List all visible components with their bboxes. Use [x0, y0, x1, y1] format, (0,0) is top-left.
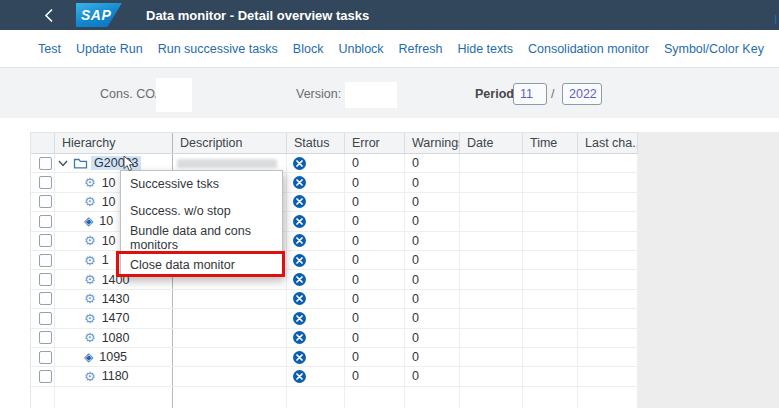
hierarchy-node-label[interactable]: 10 [99, 214, 113, 228]
task-row-1430[interactable]: ⚙143000 [31, 290, 638, 309]
last-changed-cell [578, 290, 638, 308]
toolbar-item-test[interactable]: Test [38, 42, 61, 56]
row-select-cell [31, 154, 55, 172]
header-select-cell [31, 133, 55, 153]
sap-logo: SAP [76, 3, 122, 27]
toolbar-item-truncated[interactable]: I [774, 13, 777, 27]
toolbar-item-unblock[interactable]: Unblock [338, 42, 383, 56]
status-error-icon[interactable] [293, 351, 306, 364]
row-checkbox[interactable] [39, 331, 52, 344]
toolbar-item-update-run[interactable]: Update Run [76, 42, 143, 56]
row-checkbox[interactable] [39, 157, 52, 170]
milestone-diamond-icon: ◈ [84, 351, 93, 363]
status-cell [287, 367, 345, 385]
status-error-icon[interactable] [293, 254, 306, 267]
task-gear-icon: ⚙ [84, 254, 96, 267]
task-row-1095[interactable]: ◈109500 [31, 348, 638, 367]
task-row-1180[interactable]: ⚙118000 [31, 367, 638, 386]
hierarchy-node-label[interactable]: 1430 [102, 292, 130, 306]
row-checkbox[interactable] [39, 195, 52, 208]
toolbar-item-block[interactable]: Block [293, 42, 324, 56]
row-checkbox[interactable] [39, 254, 52, 267]
status-error-icon[interactable] [293, 292, 306, 305]
time-cell [523, 329, 578, 347]
shell-header: SAP Data monitor - Detail overview tasks [0, 0, 779, 30]
hierarchy-node-label[interactable]: 10 [102, 176, 116, 190]
status-error-icon[interactable] [293, 312, 306, 325]
menu-item-bundle-data-and-cons-monitors[interactable]: Bundle data and cons monitors [121, 225, 282, 252]
redacted-description [177, 159, 277, 168]
column-header-description[interactable]: Description [173, 133, 287, 153]
toolbar-item-consolidation-monitor[interactable]: Consolidation monitor [528, 42, 649, 56]
column-header-status[interactable]: Status [287, 133, 345, 153]
sap-data-monitor-screen: SAP Data monitor - Detail overview tasks… [0, 0, 779, 408]
row-checkbox[interactable] [39, 215, 52, 228]
x-glyph [296, 237, 303, 244]
filler-cell [405, 387, 460, 408]
hierarchy-node-label[interactable]: 10 [102, 234, 116, 248]
version-label: Version: [296, 87, 341, 101]
row-checkbox[interactable] [39, 176, 52, 189]
last-changed-cell [578, 270, 638, 288]
version-field[interactable] [345, 82, 397, 108]
time-cell [523, 348, 578, 366]
status-error-icon[interactable] [293, 195, 306, 208]
column-header-warnings[interactable]: Warnings [405, 133, 460, 153]
hierarchy-node-label[interactable]: 1080 [102, 331, 130, 345]
column-header-date[interactable]: Date [460, 133, 523, 153]
cons-coa-field[interactable] [156, 78, 192, 112]
last-changed-cell [578, 348, 638, 366]
column-header-error[interactable]: Error [345, 133, 405, 153]
row-checkbox[interactable] [39, 312, 52, 325]
menu-item-successive-tsks[interactable]: Successive tsks [121, 171, 282, 198]
table-header-row: HierarchyDescriptionStatusErrorWarningsD… [31, 133, 638, 154]
column-header-hierarchy[interactable]: Hierarchy [55, 133, 173, 153]
filler-cell [578, 387, 638, 408]
row-checkbox[interactable] [39, 351, 52, 364]
toolbar-item-refresh[interactable]: Refresh [399, 42, 443, 56]
date-cell [460, 309, 523, 327]
hierarchy-node-label[interactable]: 1095 [99, 350, 127, 364]
status-error-icon[interactable] [293, 215, 306, 228]
status-error-icon[interactable] [293, 176, 306, 189]
hierarchy-cell: ⚙1430 [55, 290, 173, 308]
status-error-icon[interactable] [293, 157, 306, 170]
row-checkbox[interactable] [39, 292, 52, 305]
warnings-cell: 0 [405, 193, 460, 211]
status-error-icon[interactable] [293, 370, 306, 383]
time-cell [523, 154, 578, 172]
menu-item-close-data-monitor[interactable]: Close data monitor [121, 251, 282, 278]
warnings-cell: 0 [405, 232, 460, 250]
warnings-cell: 0 [405, 251, 460, 269]
column-header-last-cha[interactable]: Last cha... [578, 133, 638, 153]
hierarchy-node-label[interactable]: 10 [102, 195, 116, 209]
date-cell [460, 367, 523, 385]
hierarchy-node-label[interactable]: 1 [102, 253, 109, 267]
status-error-icon[interactable] [293, 273, 306, 286]
date-cell [460, 173, 523, 191]
period-year-input[interactable]: 2022 [562, 83, 602, 105]
status-cell [287, 309, 345, 327]
period-month-input[interactable]: 11 [513, 83, 547, 105]
row-checkbox[interactable] [39, 370, 52, 383]
status-cell [287, 193, 345, 211]
status-error-icon[interactable] [293, 331, 306, 344]
description-cell [173, 329, 287, 347]
menu-item-success-w-o-stop[interactable]: Success. w/o stop [121, 198, 282, 225]
status-error-icon[interactable] [293, 234, 306, 247]
back-button[interactable] [44, 7, 58, 23]
hierarchy-node-label[interactable]: G20003 [91, 156, 141, 170]
toolbar-item-hide-texts[interactable]: Hide texts [457, 42, 513, 56]
x-glyph [296, 354, 303, 361]
task-row-1080[interactable]: ⚙108000 [31, 329, 638, 348]
column-header-time[interactable]: Time [523, 133, 578, 153]
task-row-1470[interactable]: ⚙147000 [31, 309, 638, 328]
hierarchy-node-label[interactable]: 1180 [102, 369, 129, 383]
chevron-down-icon[interactable] [58, 160, 68, 167]
row-checkbox[interactable] [39, 234, 52, 247]
milestone-diamond-icon: ◈ [84, 215, 93, 227]
row-checkbox[interactable] [39, 273, 52, 286]
toolbar-item-run-successive-tasks[interactable]: Run successive tasks [158, 42, 278, 56]
toolbar-item-symbol-color-key[interactable]: Symbol/Color Key [664, 42, 764, 56]
hierarchy-node-label[interactable]: 1470 [102, 311, 130, 325]
